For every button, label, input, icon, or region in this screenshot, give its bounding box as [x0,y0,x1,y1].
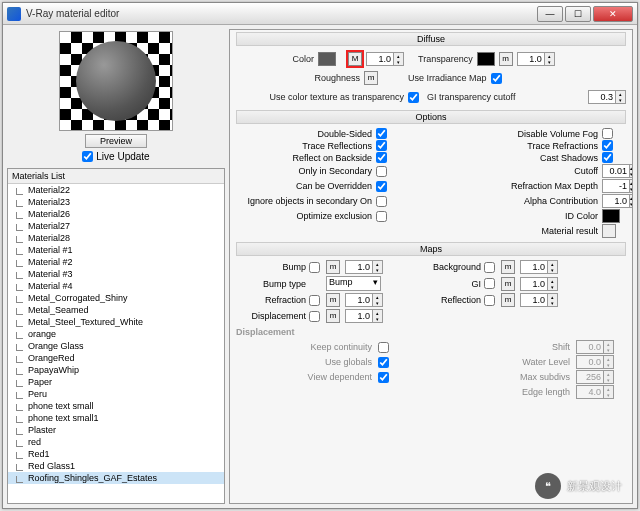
material-item[interactable]: Plaster [8,424,224,436]
material-item[interactable]: Orange Glass [8,340,224,352]
bump-type-select[interactable]: Bump [326,276,381,291]
edgelen-spinner[interactable]: ▴▾ [576,385,626,399]
use-color-tex-checkbox[interactable] [408,92,419,103]
material-item[interactable]: Material #2 [8,256,224,268]
material-item[interactable]: Metal_Steel_Textured_White [8,316,224,328]
gi-checkbox[interactable] [484,278,495,289]
gi-spinner[interactable]: ▴▾ [520,277,560,291]
gi-map-button[interactable]: m [501,277,515,291]
displacement-subsection: Displacement Keep continuityShift▴▾ Use … [236,327,626,399]
disp-sub-header: Displacement [236,327,626,337]
material-item[interactable]: Paper [8,376,224,388]
water-spinner[interactable]: ▴▾ [576,355,626,369]
shift-spinner[interactable]: ▴▾ [576,340,626,354]
maxsub-spinner[interactable]: ▴▾ [576,370,626,384]
material-item[interactable]: phone text small [8,400,224,412]
material-item[interactable]: Metal_Seamed [8,304,224,316]
transparency-amount[interactable]: ▴▾ [517,52,555,66]
wechat-icon: ❝ [535,473,561,499]
alpha-spinner[interactable]: ▴▾ [602,194,626,208]
ignore-sec-checkbox[interactable] [376,196,387,207]
reflection-map-button[interactable]: m [501,293,515,307]
material-item[interactable]: Red Glass1 [8,460,224,472]
disable-vf-checkbox[interactable] [602,128,613,139]
watermark: ❝ 新景观设计 [535,473,622,499]
use-irradiance-checkbox[interactable] [491,73,502,84]
material-item[interactable]: PapayaWhip [8,364,224,376]
roughness-label: Roughness [236,73,360,83]
refraction-map-button[interactable]: m [326,293,340,307]
bump-spinner[interactable]: ▴▾ [345,260,385,274]
trace-refr-checkbox[interactable] [602,140,613,151]
material-item[interactable]: Material26 [8,208,224,220]
mat-result-button[interactable] [602,224,616,238]
refr-max-spinner[interactable]: ▴▾ [602,179,626,193]
material-item[interactable]: Material28 [8,232,224,244]
gi-cutoff-spinner[interactable]: ▴▾ [588,90,626,104]
preview-thumbnail [59,31,173,131]
materials-list-body[interactable]: Material22Material23Material26Material27… [8,184,224,503]
material-item[interactable]: phone text small1 [8,412,224,424]
material-item[interactable]: Metal_Corrogated_Shiny [8,292,224,304]
refraction-checkbox[interactable] [309,295,320,306]
use-globals-checkbox[interactable] [378,357,389,368]
titlebar[interactable]: V-Ray material editor — ☐ ✕ [3,3,637,25]
materials-list: Materials List Material22Material23Mater… [7,168,225,504]
diffuse-color-swatch[interactable] [318,52,336,66]
material-item[interactable]: OrangeRed [8,352,224,364]
material-item[interactable]: red [8,436,224,448]
minimize-button[interactable]: — [537,6,563,22]
cutoff-spinner[interactable]: ▴▾ [602,164,626,178]
trace-refl-checkbox[interactable] [376,140,387,151]
window-title: V-Ray material editor [26,8,537,19]
material-item[interactable]: orange [8,328,224,340]
material-item[interactable]: Material22 [8,184,224,196]
material-item[interactable]: Material23 [8,196,224,208]
gi-cutoff-label: GI transparency cutoff [427,92,515,102]
refl-back-checkbox[interactable] [376,152,387,163]
only-sec-checkbox[interactable] [376,166,387,177]
preview-panel: Preview Live Update [7,29,225,164]
options-section: Options Double-Sided Disable Volume Fog … [236,110,626,238]
diffuse-header[interactable]: Diffuse [236,32,626,46]
material-item[interactable]: Material #4 [8,280,224,292]
diffuse-color-map-button[interactable]: M [348,52,362,66]
can-override-checkbox[interactable] [376,181,387,192]
preview-button[interactable]: Preview [85,134,147,148]
properties-panel[interactable]: Diffuse Color M ▴▾ Transparency m ▴▾ Rou… [229,29,633,504]
bump-checkbox[interactable] [309,262,320,273]
material-item[interactable]: Material27 [8,220,224,232]
reflection-checkbox[interactable] [484,295,495,306]
close-button[interactable]: ✕ [593,6,633,22]
reflection-spinner[interactable]: ▴▾ [520,293,560,307]
transparency-map-button[interactable]: m [499,52,513,66]
disp-map-button[interactable]: m [326,309,340,323]
roughness-map-button[interactable]: m [364,71,378,85]
color-label: Color [236,54,314,64]
keep-cont-checkbox[interactable] [378,342,389,353]
double-sided-checkbox[interactable] [376,128,387,139]
bg-checkbox[interactable] [484,262,495,273]
material-item[interactable]: Material #1 [8,244,224,256]
bump-map-button[interactable]: m [326,260,340,274]
diffuse-color-amount[interactable]: ▴▾ [366,52,404,66]
material-item[interactable]: Roofing_Shingles_GAF_Estates [8,472,224,484]
material-item[interactable]: Material #3 [8,268,224,280]
use-color-tex-label: Use color texture as transparency [236,92,404,102]
opt-excl-checkbox[interactable] [376,211,387,222]
cast-shadows-checkbox[interactable] [602,152,613,163]
disp-checkbox[interactable] [309,311,320,322]
view-dep-checkbox[interactable] [378,372,389,383]
maximize-button[interactable]: ☐ [565,6,591,22]
bg-spinner[interactable]: ▴▾ [520,260,560,274]
live-update-checkbox[interactable]: Live Update [82,151,149,162]
material-item[interactable]: Red1 [8,448,224,460]
maps-header[interactable]: Maps [236,242,626,256]
bg-map-button[interactable]: m [501,260,515,274]
refraction-spinner[interactable]: ▴▾ [345,293,385,307]
id-color-swatch[interactable] [602,209,620,223]
material-item[interactable]: Peru [8,388,224,400]
transparency-swatch[interactable] [477,52,495,66]
disp-spinner[interactable]: ▴▾ [345,309,385,323]
options-header[interactable]: Options [236,110,626,124]
